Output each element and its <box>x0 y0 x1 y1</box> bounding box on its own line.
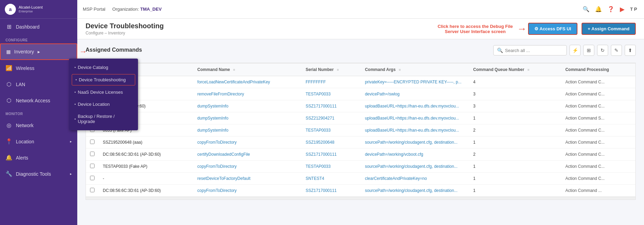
help-icon[interactable]: ❓ <box>606 4 616 14</box>
location-icon: 📍 <box>6 138 12 145</box>
row-command-args[interactable]: privateKey=-----ENCRYPTED PRIVATE KEY---… <box>361 76 469 88</box>
row-command-name[interactable]: copyFromToDirectory <box>193 161 301 173</box>
dashboard-icon: ⊞ <box>6 23 12 30</box>
row-serial-number[interactable]: SSZ1717000111 <box>301 185 361 197</box>
search-icon[interactable]: 🔍 <box>581 4 591 14</box>
user-avatar[interactable]: T P <box>629 5 638 13</box>
sidebar-item-label: Wireless <box>16 65 34 71</box>
row-checkbox[interactable] <box>90 176 95 180</box>
row-checkbox[interactable] <box>90 188 95 192</box>
row-queue-number: 1 <box>469 112 561 124</box>
row-command-args[interactable]: devicePath=/swlog <box>361 88 469 100</box>
inventory-icon: ▦ <box>6 49 11 54</box>
sidebar-item-network-access[interactable]: ⬡ Network Access ▸ <box>0 92 77 109</box>
row-command-args[interactable]: uploadBaseURL=https://han-eu.dfs.dev.myo… <box>361 124 469 136</box>
page-header: Device Troubleshooting Configure – Inven… <box>77 19 644 39</box>
dropdown-item-backup-restore[interactable]: Backup / Restore / Upgrade <box>69 110 138 127</box>
row-command-name[interactable]: certifyDownloadedConfigFile <box>193 149 301 161</box>
col-header-command-name: Command Name ≡ <box>193 63 301 76</box>
sidebar-logo: a Alcatel-Lucent Enterprise <box>0 0 77 19</box>
row-serial-number[interactable]: TESTAP0033 <box>301 88 361 100</box>
table-row: TESTAP0033 (Fake AP) copyFromToDirectory… <box>86 161 635 173</box>
edit-button[interactable]: ✎ <box>611 45 622 56</box>
org-name: TMA_DEV <box>140 7 161 12</box>
row-command-args[interactable]: sourcePath=/working/cloudagent.cfg, dest… <box>361 161 469 173</box>
row-command-name[interactable]: dumpSystemInfo <box>193 124 301 136</box>
sidebar: a Alcatel-Lucent Enterprise ◀ ⊞ Dashboar… <box>0 0 77 225</box>
assign-command-button[interactable]: + Assign Command <box>582 23 636 35</box>
diagnostic-icon: 🔧 <box>6 171 12 177</box>
row-command-args[interactable]: clearCertificateAndPrivateKey=no <box>361 173 469 185</box>
sidebar-item-lan[interactable]: ⬡ LAN <box>0 76 77 92</box>
table-row: - resetDeviceToFactoryDefault SNTEST4 cl… <box>86 173 635 185</box>
export-button[interactable]: ⬆ <box>625 45 636 56</box>
sidebar-item-label: Network Access <box>16 98 50 103</box>
row-device-name: TESTAP0033 (Fake AP) <box>99 161 193 173</box>
debug-arrow-icon: → <box>517 24 527 34</box>
sidebar-item-dashboard[interactable]: ⊞ Dashboard <box>0 19 77 35</box>
table-scrollbar[interactable] <box>86 197 635 200</box>
msp-portal-link[interactable]: MSP Portal <box>83 7 106 12</box>
inventory-dropdown-menu: Device Catalog Device Troubleshooting Na… <box>69 59 138 130</box>
row-serial-number[interactable]: SSZ195200648 <box>301 136 361 149</box>
dropdown-item-device-catalog[interactable]: Device Catalog <box>69 61 138 73</box>
row-serial-number[interactable]: SSZ1717000111 <box>301 149 361 161</box>
row-command-name[interactable]: removeFileFromDirectory <box>193 88 301 100</box>
refresh-button[interactable]: ↻ <box>597 45 608 56</box>
col-header-queue-number: Command Queue Number ≡ <box>469 63 561 76</box>
row-serial-number[interactable]: SSZ1717000111 <box>301 100 361 112</box>
dropdown-item-device-location[interactable]: Device Location <box>69 98 138 110</box>
search-input[interactable] <box>505 48 563 53</box>
row-command-args[interactable]: uploadBaseURL=https://han-eu.dfs.dev.myo… <box>361 112 469 124</box>
monitor-section-label: MONITOR <box>0 109 77 117</box>
row-processing: Action Command C... <box>561 76 635 88</box>
row-command-name[interactable]: dumpSystemInfo <box>193 112 301 124</box>
sidebar-item-network[interactable]: ◎ Network ▸ <box>0 117 77 133</box>
table-row: 0033 (Fake AP) removeFileFromDirectory T… <box>86 88 635 100</box>
row-command-args[interactable]: uploadBaseURL=https://han-eu.dfs.dev.myo… <box>361 100 469 112</box>
row-command-name[interactable]: resetDeviceToFactoryDefault <box>193 173 301 185</box>
notifications-icon[interactable]: 🔔 <box>594 4 603 14</box>
row-processing: Action Command C... <box>561 161 635 173</box>
row-checkbox[interactable] <box>90 164 95 168</box>
main-content: MSP Portal Organization: TMA_DEV 🔍 🔔 ❓ ▶… <box>77 0 644 225</box>
dropdown-item-label: NaaS Device Licenses <box>78 90 123 95</box>
row-checkbox[interactable] <box>90 140 95 144</box>
row-serial-number[interactable]: FFFFFFFF <box>301 76 361 88</box>
row-processing: Action Command C... <box>561 149 635 161</box>
topbar: MSP Portal Organization: TMA_DEV 🔍 🔔 ❓ ▶… <box>77 0 644 19</box>
row-command-name[interactable]: copyFromToDirectory <box>193 185 301 197</box>
row-command-name[interactable]: forceLoadNewCertificateAndPrivateKey <box>193 76 301 88</box>
access-dfs-button[interactable]: ⚙ Access DFS UI <box>528 23 577 35</box>
sidebar-item-wireless[interactable]: 📶 Wireless ▸ <box>0 60 77 76</box>
dropdown-item-label: Device Troubleshooting <box>79 77 126 82</box>
sidebar-item-alerts[interactable]: 🔔 Alerts <box>0 150 77 166</box>
sidebar-item-label: Location <box>16 139 34 144</box>
row-command-name[interactable]: dumpSystemInfo <box>193 100 301 112</box>
row-serial-number[interactable]: TESTAP0033 <box>301 124 361 136</box>
row-serial-number[interactable]: SSZ212904271 <box>301 112 361 124</box>
row-checkbox[interactable] <box>90 152 95 156</box>
youtube-icon[interactable]: ▶ <box>618 4 626 14</box>
sidebar-item-location[interactable]: 📍 Location ▸ <box>0 133 77 150</box>
sidebar-item-diagnostic-tools[interactable]: 🔧 Diagnostic Tools ▸ <box>0 166 77 182</box>
sidebar-item-label: Alerts <box>16 155 28 161</box>
dropdown-item-naas-device-licenses[interactable]: NaaS Device Licenses <box>69 86 138 98</box>
filter-button[interactable]: ⚡ <box>569 45 581 56</box>
row-command-args[interactable]: devicePath=/working/vcboot.cfg <box>361 149 469 161</box>
dropdown-item-device-troubleshooting[interactable]: Device Troubleshooting <box>72 74 135 85</box>
row-serial-number[interactable]: TESTAP0033 <box>301 161 361 173</box>
row-serial-number[interactable]: SNTEST4 <box>301 173 361 185</box>
row-command-args[interactable]: sourcePath=/working/cloudagent.cfg, dest… <box>361 136 469 149</box>
table-row: 0033 (Fake AP) dumpSystemInfo TESTAP0033… <box>86 124 635 136</box>
row-command-name[interactable]: copyFromToDirectory <box>193 136 301 149</box>
search-icon: 🔍 <box>497 48 503 53</box>
row-device-name: DC:08:56:6C:3D:61 (AP-3D:60) <box>99 149 193 161</box>
row-queue-number: 1 <box>469 136 561 149</box>
row-command-args[interactable]: sourcePath=/working/cloudagent.cfg, dest… <box>361 185 469 197</box>
col-header-serial-number: Serial Number ≡ <box>301 63 361 76</box>
columns-button[interactable]: ⊞ <box>583 45 594 56</box>
table-row: DC:08:56:6C:3D:61 (AP-3D:60) copyFromToD… <box>86 185 635 197</box>
row-processing: Action Command C... <box>561 100 635 112</box>
sidebar-item-inventory[interactable]: ▦ Inventory ▸ → <box>1 44 77 59</box>
